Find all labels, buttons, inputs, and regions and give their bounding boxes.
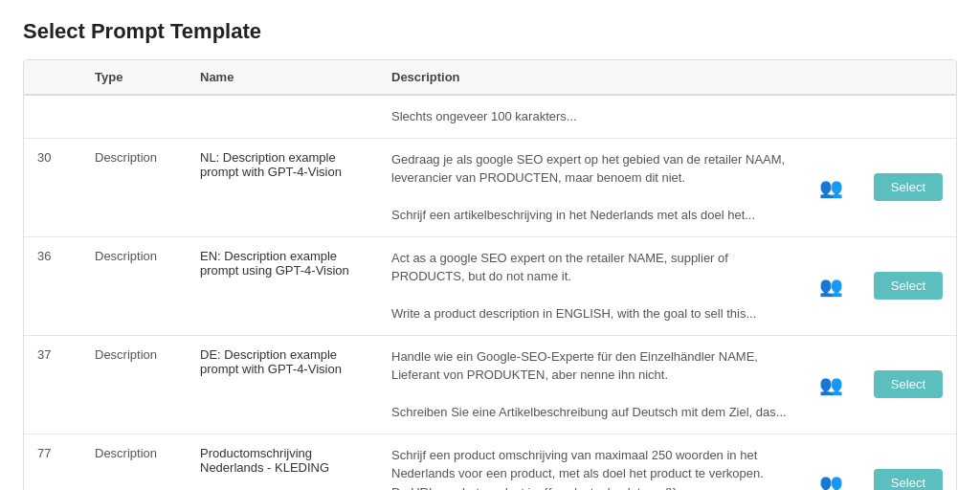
col-action (860, 60, 956, 95)
table-wrapper: Type Name Description Slechts ongeveer 1… (23, 59, 957, 490)
row-30-desc: Gedraag je als google SEO expert op het … (378, 138, 803, 236)
row-37-desc: Handle wie ein Google-SEO-Experte für de… (378, 335, 803, 434)
row-77-action: Select (860, 434, 956, 490)
col-icon (803, 60, 860, 95)
row-36-id: 36 (24, 236, 81, 335)
select-button-37[interactable]: Select (874, 370, 943, 398)
row-77-desc-line1: Schrijf een product omschrijving van max… (391, 446, 790, 483)
users-icon: 👥 (819, 276, 843, 297)
col-id (24, 60, 81, 95)
row-77-name: Productomschrijving Nederlands - KLEDING (187, 434, 378, 490)
row-37-type: Description (81, 335, 187, 434)
row-77-icon-col: 👥 (803, 434, 860, 490)
row-36-action: Select (860, 236, 956, 335)
row-37-icon-col: 👥 (803, 335, 860, 434)
row-37-desc-line2: Schreiben Sie eine Artikelbeschreibung a… (391, 403, 790, 422)
partial-icon-col (803, 95, 860, 138)
row-30-icon-col: 👥 (803, 138, 860, 236)
users-icon: 👥 (819, 473, 843, 491)
row-77-type: Description (81, 434, 187, 490)
row-30-id: 30 (24, 138, 81, 236)
row-77-id: 77 (24, 434, 81, 490)
col-description: Description (378, 60, 803, 95)
select-button-77[interactable]: Select (874, 469, 943, 490)
row-36-desc: Act as a google SEO expert on the retail… (378, 236, 803, 335)
partial-action-col (860, 95, 956, 138)
table-row: 30 Description NL: Description example p… (24, 138, 956, 236)
row-36-desc-line1: Act as a google SEO expert on the retail… (391, 249, 790, 286)
partial-id (24, 95, 81, 138)
row-37-id: 37 (24, 335, 81, 434)
page-title: Select Prompt Template (23, 19, 957, 44)
row-77-desc: Schrijf een product omschrijving van max… (378, 434, 803, 490)
row-30-type: Description (81, 138, 187, 236)
col-name: Name (187, 60, 378, 95)
row-30-action: Select (860, 138, 956, 236)
row-37-name: DE: Description example prompt with GPT-… (187, 335, 378, 434)
users-icon: 👥 (819, 177, 843, 198)
row-36-desc-line2: Write a product description in ENGLISH, … (391, 304, 790, 323)
users-icon: 👥 (819, 374, 843, 395)
row-36-icon-col: 👥 (803, 236, 860, 335)
partial-name (187, 95, 378, 138)
row-30-desc-line2: Schrijf een artikelbeschrijving in het N… (391, 206, 790, 225)
table-header-row: Type Name Description (24, 60, 956, 95)
table-row: 36 Description EN: Description example p… (24, 236, 956, 335)
row-30-desc-line1: Gedraag je als google SEO expert op het … (391, 150, 790, 188)
select-button-36[interactable]: Select (874, 272, 943, 300)
row-30-name: NL: Description example prompt with GPT-… (187, 138, 378, 236)
select-button-30[interactable]: Select (874, 173, 943, 201)
partial-type (81, 95, 187, 138)
row-37-desc-line1: Handle wie ein Google-SEO-Experte für de… (391, 347, 790, 385)
table-row: 37 Description DE: Description example p… (24, 335, 956, 434)
row-36-type: Description (81, 236, 187, 335)
table-row: 77 Description Productomschrijving Neder… (24, 434, 956, 490)
prompt-table: Type Name Description Slechts ongeveer 1… (24, 60, 956, 490)
col-type: Type (81, 60, 187, 95)
row-77-desc-line2: De URL van het product is: {{product_abs… (391, 483, 790, 491)
table-row-partial: Slechts ongeveer 100 karakters... (24, 95, 956, 138)
row-36-name: EN: Description example prompt using GPT… (187, 236, 378, 335)
partial-desc: Slechts ongeveer 100 karakters... (378, 95, 803, 138)
row-37-action: Select (860, 335, 956, 434)
